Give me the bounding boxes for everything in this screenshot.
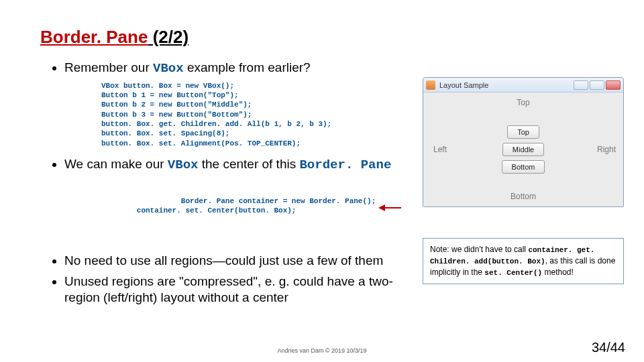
borderpane-layout: Top Left Top Middle Bottom Right Bottom	[423, 93, 623, 206]
note-line3: method!	[542, 267, 574, 277]
arrow-icon	[325, 194, 401, 225]
title-suffix: (2/2)	[148, 27, 189, 47]
app-icon	[426, 80, 435, 90]
bullet-2-code1: VBox	[168, 158, 199, 172]
bullet-1-pre: Remember our	[64, 60, 153, 74]
window-chrome: Layout Sample Top Left Top Middle Bottom…	[423, 77, 624, 207]
window-title-text: Layout Sample	[439, 81, 574, 89]
bullet-1-code: VBox	[153, 61, 184, 76]
note-line1: Note: we didn't have to call	[430, 245, 526, 254]
bullet-3: No need to use all regions—could just us…	[64, 253, 413, 269]
region-left: Left	[423, 113, 457, 186]
window-figure: Layout Sample Top Left Top Middle Bottom…	[423, 77, 624, 207]
bullet-2-code2: Border. Pane	[299, 158, 391, 172]
button-bottom[interactable]: Bottom	[502, 160, 545, 174]
minimize-icon[interactable]	[574, 80, 588, 90]
button-top[interactable]: Top	[507, 125, 539, 139]
code-block-2: Border. Pane container = new Border. Pan…	[101, 178, 413, 245]
maximize-icon[interactable]	[590, 80, 604, 90]
slide-title: Border. Pane (2/2)	[40, 27, 604, 48]
bullet-1: Remember our VBox example from earlier? …	[64, 60, 413, 148]
note-box: Note: we didn't have to call container. …	[423, 238, 624, 284]
window-controls	[574, 80, 621, 90]
page-number: 34/44	[592, 340, 625, 355]
window-titlebar: Layout Sample	[423, 78, 623, 93]
region-right: Right	[590, 113, 623, 186]
region-top: Top	[423, 93, 623, 113]
button-middle[interactable]: Middle	[502, 143, 544, 156]
bullet-2-mid: the center of this	[198, 157, 299, 171]
bullet-1-post: example from earlier?	[184, 60, 311, 74]
region-bottom: Bottom	[423, 186, 623, 206]
bullet-4: Unused regions are "compressed", e. g. c…	[64, 274, 413, 306]
close-icon[interactable]	[606, 80, 621, 90]
footer-text: Andries van Dam © 2019 10/3/19	[0, 347, 644, 354]
bullet-2: We can make our VBox the center of this …	[64, 156, 413, 245]
bullet-2-pre: We can make our	[64, 157, 168, 171]
region-center: Top Middle Bottom	[457, 113, 590, 186]
code-block-1: VBox button. Box = new VBox(); Button b …	[101, 81, 413, 148]
svg-marker-1	[378, 204, 385, 211]
note-code2: set. Center()	[484, 269, 542, 277]
title-term: Border. Pane	[40, 27, 148, 47]
